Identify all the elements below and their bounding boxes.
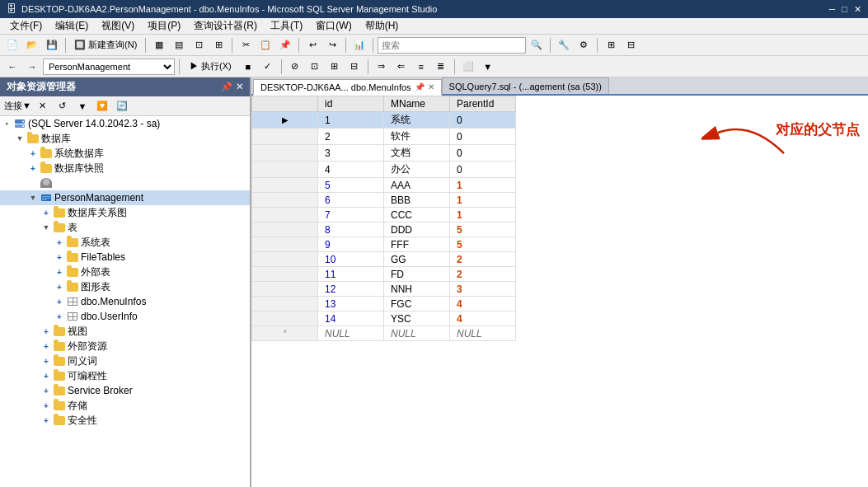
open-btn[interactable]: 📂 [23, 36, 41, 54]
menu-file[interactable]: 文件(F) [3, 18, 49, 34]
tree-item-db-diagrams[interactable]: + 数据库关系图 [0, 205, 250, 220]
btn3[interactable]: ▦ [150, 36, 168, 54]
cell-mname[interactable]: 文档 [384, 145, 450, 162]
cell-mname[interactable]: NULL [384, 326, 450, 341]
tree-item-ext-resources[interactable]: + 外部资源 [0, 339, 250, 354]
close-btn[interactable]: ✕ [854, 4, 861, 15]
menu-help[interactable]: 帮助(H) [359, 18, 406, 34]
tab-close-1[interactable]: ✕ [428, 82, 434, 91]
connect-btn[interactable]: 连接▼ [3, 97, 32, 115]
tree-item-file-tables[interactable]: + FileTables [0, 250, 250, 265]
cell-parentid[interactable]: 4 [450, 297, 516, 311]
maximize-btn[interactable]: □ [842, 4, 847, 15]
menu-window[interactable]: 窗口(W) [309, 18, 358, 34]
tree-item-views[interactable]: + 视图 [0, 324, 250, 339]
grid-btn[interactable]: ⊟ [622, 36, 640, 54]
tree-item-service-broker[interactable]: + Service Broker [0, 383, 250, 398]
cell-id[interactable]: 4 [318, 162, 384, 178]
cell-id[interactable]: 14 [318, 311, 384, 326]
cell-id[interactable]: 6 [318, 193, 384, 208]
cell-id[interactable]: 10 [318, 252, 384, 267]
cell-id[interactable]: 12 [318, 282, 384, 297]
cell-parentid[interactable]: 0 [450, 129, 516, 145]
cell-mname[interactable]: FGC [384, 297, 450, 311]
cell-parentid[interactable]: 3 [450, 282, 516, 297]
tree-item-tables[interactable]: ▼ 表 [0, 220, 250, 235]
tab-sql-query[interactable]: SQLQuery7.sql - (...agement (sa (53)) [442, 77, 609, 94]
comment-btn[interactable]: ⊞ [326, 58, 344, 76]
cut-btn[interactable]: ✂ [237, 36, 255, 54]
paste-btn[interactable]: 📌 [276, 36, 294, 54]
spec-btn[interactable]: ≡ [412, 58, 430, 76]
filter2-btn[interactable]: 🔽 [93, 97, 111, 115]
cell-parentid[interactable]: NULL [450, 326, 516, 341]
cell-id[interactable]: 2 [318, 129, 384, 145]
tab-menu-infos[interactable]: DESKTOP-DJK6AA... dbo.MenuInfos 📌 ✕ [253, 79, 442, 96]
cell-mname[interactable]: 系统 [384, 112, 450, 129]
cell-id[interactable]: 8 [318, 222, 384, 237]
col-parentid[interactable]: ParentId [450, 96, 516, 112]
debug-btn[interactable]: ✓ [259, 58, 277, 76]
redo-btn[interactable]: ↪ [323, 36, 341, 54]
more-btn[interactable]: ▼ [479, 58, 497, 76]
cell-id[interactable]: 11 [318, 267, 384, 282]
cell-parentid[interactable]: 1 [450, 208, 516, 222]
btn4[interactable]: ▤ [170, 36, 188, 54]
tree-item-ext-tables[interactable]: + 外部表 [0, 265, 250, 279]
uncomment-btn[interactable]: ⊟ [345, 58, 364, 76]
new-query-btn[interactable]: 🔲 新建查询(N) [70, 36, 141, 54]
cell-id[interactable]: 7 [318, 208, 384, 222]
tree-item-security[interactable]: + 安全性 [0, 413, 250, 428]
tree-item-graph-tables[interactable]: + 图形表 [0, 279, 250, 294]
cell-mname[interactable]: 办公 [384, 162, 450, 178]
undo-btn[interactable]: ↩ [303, 36, 321, 54]
tree-item-databases[interactable]: ▼ 数据库 [0, 131, 250, 146]
cell-parentid[interactable]: 0 [450, 112, 516, 129]
refresh-tree-btn[interactable]: ↺ [54, 97, 72, 115]
cell-mname[interactable]: BBB [384, 193, 450, 208]
tools-btn[interactable]: 🔧 [555, 36, 573, 54]
tree-item-synonyms[interactable]: + 同义词 [0, 354, 250, 368]
forward-btn[interactable]: → [23, 58, 41, 76]
cell-parentid[interactable]: 2 [450, 252, 516, 267]
stop-btn[interactable]: ■ [239, 58, 257, 76]
tree-item-person-mgmt[interactable]: ▼ PersonManagement [0, 190, 250, 205]
execute-btn[interactable]: ▶ 执行(X) [184, 58, 237, 76]
tree-item-sys-tables[interactable]: + 系统表 [0, 235, 250, 250]
search-input[interactable] [378, 37, 526, 54]
cell-parentid[interactable]: 5 [450, 237, 516, 252]
cell-parentid[interactable]: 4 [450, 311, 516, 326]
cell-id[interactable]: 1 [318, 112, 384, 129]
cell-mname[interactable]: 软件 [384, 129, 450, 145]
cell-mname[interactable]: NNH [384, 282, 450, 297]
disconnect-btn[interactable]: ✕ [34, 97, 52, 115]
cell-id[interactable]: 9 [318, 237, 384, 252]
col-id[interactable]: id [318, 96, 384, 112]
btn5[interactable]: ⊡ [190, 36, 208, 54]
cell-parentid[interactable]: 0 [450, 162, 516, 178]
tree-item-server[interactable]: ▪ (SQL Server 14.0.2042.3 - sa) [0, 116, 250, 131]
cell-mname[interactable]: DDD [384, 222, 450, 237]
cell-mname[interactable]: AAA [384, 178, 450, 193]
back-btn[interactable]: ← [3, 58, 21, 76]
tree-item-avatar[interactable] [0, 176, 250, 190]
indent-btn[interactable]: ⇒ [373, 58, 391, 76]
tree-item-storage[interactable]: + 存储 [0, 398, 250, 413]
menu-project[interactable]: 项目(P) [141, 18, 187, 34]
refresh2-btn[interactable]: 🔄 [113, 97, 131, 115]
cell-mname[interactable]: FFF [384, 237, 450, 252]
tree-item-db-snapshots[interactable]: + 数据库快照 [0, 161, 250, 176]
tree-item-system-dbs[interactable]: + 系统数据库 [0, 146, 250, 161]
copy-btn[interactable]: 📋 [256, 36, 274, 54]
tree-item-programmability[interactable]: + 可编程性 [0, 368, 250, 383]
db-selector[interactable]: PersonManagement [43, 59, 175, 75]
tree-item-user-info[interactable]: + dbo.UserInfo [0, 309, 250, 324]
cell-parentid[interactable]: 0 [450, 145, 516, 162]
menu-query-designer[interactable]: 查询设计器(R) [187, 18, 264, 34]
cell-id[interactable]: 13 [318, 297, 384, 311]
cell-id[interactable]: 3 [318, 145, 384, 162]
plan-btn[interactable]: ≣ [432, 58, 450, 76]
cell-parentid[interactable]: 2 [450, 267, 516, 282]
close-sidebar-icon[interactable]: ✕ [236, 82, 243, 92]
results-btn[interactable]: ⬜ [459, 58, 477, 76]
